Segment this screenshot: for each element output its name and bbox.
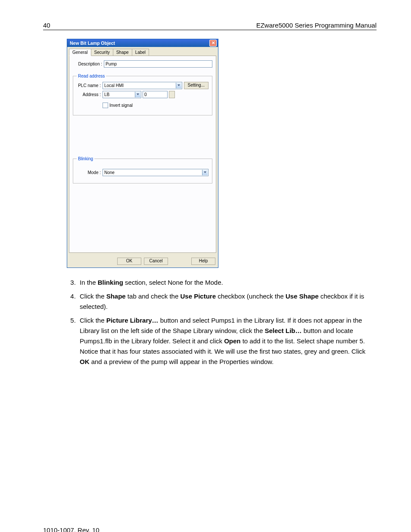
invert-signal-label: Invert signal	[109, 103, 133, 108]
tab-label[interactable]: Label	[132, 49, 149, 56]
mode-select[interactable]: None	[103, 169, 209, 176]
instruction-list: In the Blinking section, select None for…	[43, 277, 377, 367]
description-input[interactable]: Pump	[104, 60, 212, 68]
description-label: Description :	[73, 62, 104, 66]
tab-body: Description : Pump Read address PLC name…	[69, 56, 216, 253]
read-address-legend: Read address	[77, 74, 106, 78]
dialog-title: New Bit Lamp Object	[70, 40, 115, 46]
cancel-button[interactable]: Cancel	[144, 258, 168, 265]
blinking-legend: Blinking	[77, 156, 94, 161]
tab-strip: General Security Shape Label	[69, 49, 216, 56]
address-more-button[interactable]	[169, 91, 175, 98]
bit-lamp-dialog: New Bit Lamp Object ✕ General Security S…	[67, 39, 218, 268]
plc-name-select[interactable]: Local HMI	[103, 82, 182, 89]
step-5: Click the Picture Library… button and se…	[78, 315, 377, 367]
page-header: 40 EZware5000 Series Programming Manual	[43, 22, 377, 30]
address-label: Address :	[77, 92, 103, 97]
dialog-titlebar: New Bit Lamp Object ✕	[67, 39, 218, 47]
close-icon[interactable]: ✕	[209, 40, 217, 47]
address-value-input[interactable]: 0	[143, 91, 168, 98]
page-number: 40	[43, 22, 50, 29]
manual-title: EZware5000 Series Programming Manual	[256, 22, 377, 29]
address-type-select[interactable]: LB	[103, 91, 141, 98]
plc-name-label: PLC name :	[77, 83, 103, 88]
help-button[interactable]: Help	[191, 258, 215, 265]
setting-button[interactable]: Setting...	[184, 82, 209, 89]
tab-security[interactable]: Security	[91, 49, 113, 56]
footer-revision: 1010-1007, Rev. 10	[43, 526, 377, 532]
step-3: In the Blinking section, select None for…	[78, 277, 377, 288]
mode-label: Mode :	[77, 170, 103, 175]
tab-general[interactable]: General	[69, 49, 91, 56]
read-address-group: Read address PLC name : Local HMI Settin…	[73, 74, 212, 115]
blinking-group: Blinking Mode : None	[73, 156, 212, 184]
invert-signal-checkbox[interactable]	[103, 103, 108, 108]
step-4: Click the Shape tab and check the Use Pi…	[78, 291, 377, 312]
ok-button[interactable]: OK	[117, 258, 141, 265]
dialog-button-row: OK Cancel Help	[67, 255, 218, 268]
tab-shape[interactable]: Shape	[113, 49, 132, 56]
